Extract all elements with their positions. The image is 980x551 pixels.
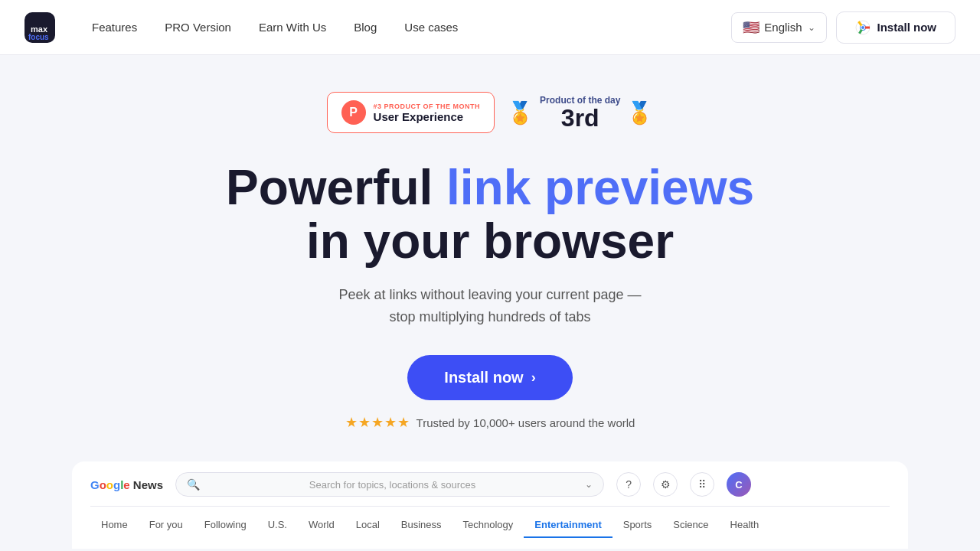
install-nav-button[interactable]: Install now [836,11,956,44]
nav-features[interactable]: Features [80,15,149,40]
ph-text: #3 PRODUCT OF THE MONTH User Experience [374,103,481,123]
install-hero-button[interactable]: Install now › [407,355,572,400]
headline-text-1: Powerful [226,160,446,215]
tab-world[interactable]: World [298,513,345,538]
producthunt-badge: P #3 PRODUCT OF THE MONTH User Experienc… [327,92,495,133]
search-dropdown-icon: ⌄ [585,479,593,490]
tab-entertainment[interactable]: Entertainment [524,513,612,538]
chevron-down-icon: ⌄ [808,22,815,33]
search-placeholder-text: Search for topics, locations & sources [206,479,579,491]
laurel-right-icon: 🏅 [626,100,653,126]
google-news-logo: Google News [90,478,163,491]
logo[interactable]: max focus [24,12,55,43]
settings-icon[interactable]: ⚙ [653,472,678,497]
tab-business[interactable]: Business [390,513,452,538]
flag-icon: 🇺🇸 [743,19,760,36]
potd-badge: 🏅 Product of the day 3rd 🏅 [507,95,653,130]
laurel-left-icon: 🏅 [507,100,534,126]
star-rating: ★★★★★ [345,414,410,431]
user-avatar[interactable]: C [727,472,751,497]
browser-inner: Google News 🔍 Search for topics, locatio… [72,461,908,549]
apps-icon[interactable]: ⠿ [690,472,714,497]
trust-row: ★★★★★ Trusted by 10,000+ users around th… [345,414,635,431]
install-hero-label: Install now [444,369,523,386]
tab-sports[interactable]: Sports [612,513,663,538]
ph-sub-label: #3 PRODUCT OF THE MONTH [374,103,481,110]
hero-section: P #3 PRODUCT OF THE MONTH User Experienc… [0,55,980,549]
headline-text-2: in your browser [306,214,674,269]
google-news-header: Google News 🔍 Search for topics, locatio… [90,472,890,507]
tab-following[interactable]: Following [194,513,257,538]
navbar: max focus Features PRO Version Earn With… [0,0,980,55]
help-icon[interactable]: ? [616,472,641,497]
hero-headline: Powerful link previews in your browser [226,161,754,269]
svg-text:focus: focus [28,33,49,41]
nav-links: Features PRO Version Earn With Us Blog U… [80,15,731,40]
tab-foryou[interactable]: For you [139,513,194,538]
browser-mockup-container: Google News 🔍 Search for topics, locatio… [54,461,926,549]
language-selector[interactable]: 🇺🇸 English ⌄ [731,12,827,43]
ph-main-label: User Experience [374,110,481,123]
tab-home[interactable]: Home [90,513,139,538]
hero-subtext: Peek at links without leaving your curre… [338,284,641,328]
browser-mockup: Google News 🔍 Search for topics, locatio… [72,461,908,549]
tab-us[interactable]: U.S. [257,513,298,538]
svg-point-6 [861,26,864,29]
potd-number: 3rd [561,106,599,130]
arrow-right-icon: › [531,370,536,386]
gnews-tabs: Home For you Following U.S. World Local … [90,507,890,538]
potd-text: Product of the day 3rd [540,95,620,130]
lang-label: English [764,21,802,34]
tab-local[interactable]: Local [345,513,390,538]
tab-science[interactable]: Science [662,513,719,538]
nav-earn[interactable]: Earn With Us [247,15,338,40]
tab-health[interactable]: Health [720,513,770,538]
nav-right: 🇺🇸 English ⌄ Install now [731,11,956,44]
nav-pro[interactable]: PRO Version [152,15,243,40]
trust-text: Trusted by 10,000+ users around the worl… [416,416,635,429]
headline-highlight: link previews [446,160,754,215]
nav-usecases[interactable]: Use cases [392,15,470,40]
badges-row: P #3 PRODUCT OF THE MONTH User Experienc… [327,92,654,133]
search-icon: 🔍 [187,478,200,491]
gnews-search-bar[interactable]: 🔍 Search for topics, locations & sources… [175,472,604,497]
tab-technology[interactable]: Technology [452,513,524,538]
ph-icon: P [341,100,366,125]
gnews-icon-group: ? ⚙ ⠿ C [616,472,751,497]
nav-blog[interactable]: Blog [341,15,389,40]
install-nav-label: Install now [877,21,936,34]
